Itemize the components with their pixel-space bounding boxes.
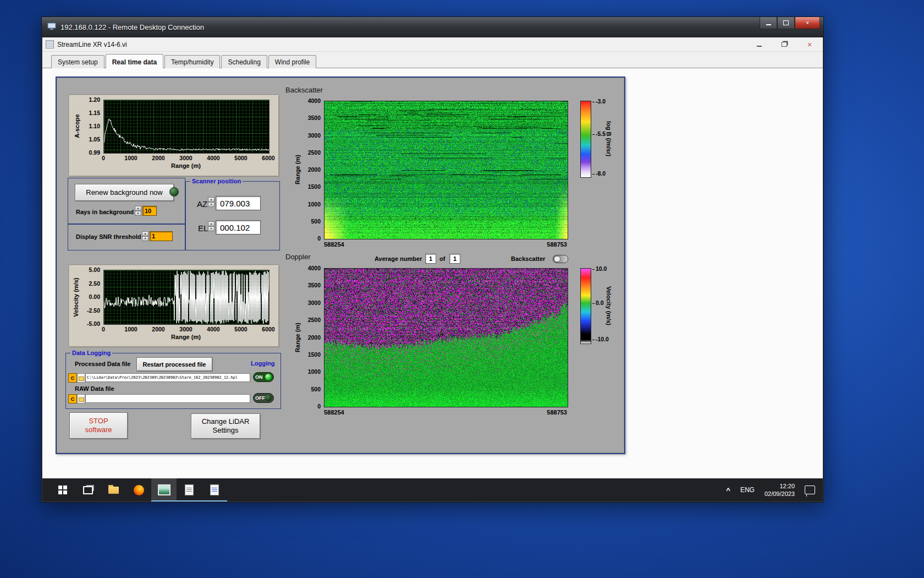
firefox-button[interactable]	[126, 478, 151, 501]
image-app-button[interactable]	[151, 478, 177, 501]
tab-scheduling[interactable]: Scheduling	[221, 55, 267, 68]
taskbar: ^ ENG 12:20 02/09/2023	[42, 478, 823, 501]
a-scope-xtick-labels: 0100020003000400050006000	[103, 155, 268, 161]
x-tick-label: 6000	[262, 326, 274, 332]
scanner-position-group: Scanner position AZ ▲ ▼ 079.003 EL ▲ ▼ 0…	[185, 181, 280, 250]
rdp-maximize-button[interactable]	[777, 17, 795, 29]
az-value-field[interactable]: 079.003	[216, 196, 261, 210]
change-lidar-line2: Settings	[202, 426, 250, 435]
el-label: EL	[198, 223, 208, 233]
desktop: { "icons": { "close": "×", "chevron_up":…	[0, 0, 924, 578]
az-spinner-up-icon[interactable]: ▲	[208, 197, 215, 202]
y-tick-label: 2000	[308, 166, 321, 173]
y-tick-label: 4000	[308, 97, 321, 104]
raw-drive-box[interactable]: C	[68, 394, 77, 403]
background-group: Renew background now Rays in background …	[68, 178, 185, 224]
rdp-minimize-button[interactable]	[760, 17, 777, 29]
y-tick-label: 3000	[308, 299, 321, 306]
snr-spinner-down-icon[interactable]: ▼	[142, 236, 148, 241]
rays-spinner-down-icon[interactable]: ▼	[135, 211, 141, 216]
el-spinner-up-icon[interactable]: ▲	[208, 221, 215, 226]
restart-processed-file-button[interactable]: Restart processed file	[136, 357, 212, 371]
stop-software-line2: software	[85, 426, 112, 434]
doppler-x-end-label: 588753	[534, 409, 567, 416]
tab-temp-humidity[interactable]: Temp/humidity	[164, 55, 220, 68]
backscatter-colorbar-label: log B (/m/sr)	[606, 101, 612, 177]
doppler-colorbar-tick-mid: 0.0	[592, 299, 604, 306]
start-button[interactable]	[50, 478, 75, 501]
y-tick-label: 1500	[308, 351, 321, 358]
processed-toggle-label: ON	[255, 374, 263, 380]
snr-value-field[interactable]: 1	[150, 231, 173, 241]
velocity-plot	[103, 270, 270, 325]
app-titlebar[interactable]: StreamLine XR v14-6.vi ×	[42, 37, 823, 52]
clock[interactable]: 12:20 02/09/2023	[765, 482, 795, 498]
file-explorer-button[interactable]	[101, 478, 126, 501]
average-count-field[interactable]: 1	[449, 254, 460, 264]
x-tick-label: 2000	[152, 155, 164, 161]
processed-folder-icon[interactable]	[77, 373, 85, 383]
y-tick-label: 0	[317, 235, 321, 242]
tab-system-setup[interactable]: System setup	[51, 55, 105, 68]
app-minimize-button[interactable]	[755, 40, 763, 49]
y-tick-label: 1000	[308, 368, 321, 375]
rays-spinner-up-icon[interactable]: ▲	[135, 206, 141, 211]
tab-wind-profile[interactable]: Wind profile	[268, 55, 316, 68]
el-value-field[interactable]: 000.102	[216, 220, 261, 235]
backscatter-colorbar-tick-mid: -5.5	[592, 130, 606, 137]
processed-toggle-led-icon	[265, 374, 272, 380]
rays-value-field[interactable]: 10	[142, 206, 157, 216]
el-spinner-down-icon[interactable]: ▼	[208, 226, 215, 231]
scanner-position-title: Scanner position	[190, 178, 243, 184]
app-restore-button[interactable]	[780, 40, 789, 49]
y-tick-label: 1500	[308, 183, 321, 190]
renew-background-button[interactable]: Renew background now	[75, 184, 174, 201]
raw-logging-toggle[interactable]: OFF	[253, 393, 274, 403]
task-view-button[interactable]	[75, 478, 101, 501]
y-tick-label: 500	[311, 218, 321, 225]
processed-logging-toggle[interactable]: ON	[253, 372, 274, 382]
rays-spinner[interactable]: ▲ ▼	[135, 206, 141, 216]
backscatter-ylabel: Range (m)	[294, 155, 301, 184]
language-indicator[interactable]: ENG	[740, 486, 755, 494]
vi-file-icon	[46, 40, 54, 48]
x-tick-label: 1000	[124, 155, 137, 161]
average-number-field[interactable]: 1	[425, 254, 436, 264]
doppler-ylabel: Range (m)	[294, 323, 301, 352]
hidden-icons-chevron[interactable]: ^	[726, 486, 730, 494]
velocity-ylabel: Velocity (m/s)	[73, 278, 79, 317]
velocity-xtick-labels: 0100020003000400050006000	[103, 326, 268, 332]
velocity-ytick-labels: 5.002.500.00-2.50-5.00	[82, 270, 101, 324]
change-lidar-settings-button[interactable]: Change LiDAR Settings	[191, 413, 260, 439]
y-tick-label: 0	[317, 403, 321, 410]
x-tick-label: 4000	[207, 155, 219, 161]
raw-folder-icon[interactable]	[77, 394, 85, 403]
windows-logo-icon	[58, 486, 67, 494]
backscatter-doppler-switch[interactable]	[553, 255, 568, 263]
rdp-window: 192.168.0.122 - Remote Desktop Connectio…	[41, 17, 824, 503]
y-tick-label: 3500	[308, 114, 321, 121]
action-center-icon[interactable]	[805, 486, 815, 494]
snr-spinner[interactable]: ▲ ▼	[142, 231, 148, 241]
rdp-titlebar[interactable]: 192.168.0.122 - Remote Desktop Connectio…	[42, 17, 823, 37]
app-close-button[interactable]: ×	[805, 40, 814, 49]
system-tray: ^ ENG 12:20 02/09/2023	[726, 482, 823, 498]
app-window-buttons: ×	[755, 40, 823, 49]
az-spinner-down-icon[interactable]: ▼	[208, 202, 215, 207]
scan-schedule-button[interactable]	[177, 478, 202, 501]
rdp-close-button[interactable]: ×	[795, 17, 820, 29]
snr-spinner-up-icon[interactable]: ▲	[142, 231, 148, 236]
stop-software-button[interactable]: STOP software	[69, 412, 128, 439]
el-spinner[interactable]: ▲ ▼	[208, 221, 215, 231]
tab-real-time-data[interactable]: Real time data	[106, 54, 163, 69]
notepad-button[interactable]	[202, 478, 227, 501]
raw-path-field[interactable]	[85, 394, 250, 403]
data-logging-title: Data Logging	[70, 350, 112, 356]
doppler-colorbar	[580, 268, 591, 344]
az-spinner[interactable]: ▲ ▼	[208, 197, 215, 207]
app-title: StreamLine XR v14-6.vi	[57, 41, 127, 48]
processed-drive-box[interactable]: C	[68, 373, 77, 383]
x-tick-label: 3000	[179, 155, 192, 161]
processed-path-field[interactable]: C:\Lidar\Data\Proc\2023\202309\20230902\…	[85, 373, 250, 382]
image-app-icon	[158, 484, 170, 495]
